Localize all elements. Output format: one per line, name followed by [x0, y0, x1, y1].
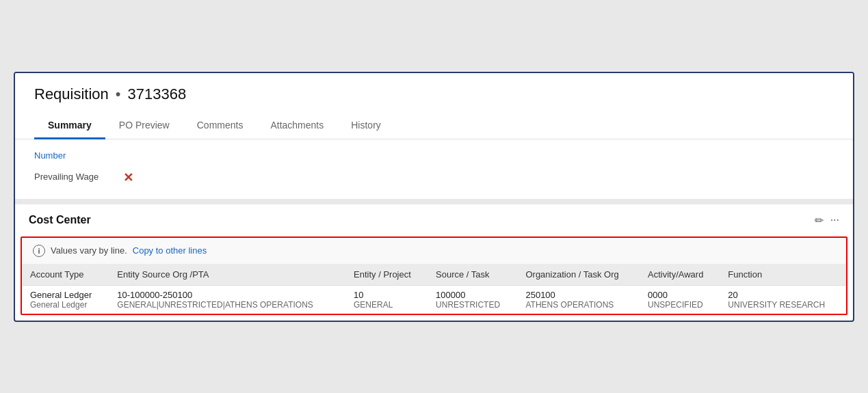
col-entity-source: Entity Source Org /PTA	[109, 264, 345, 286]
tab-history[interactable]: History	[337, 113, 395, 139]
account-type-main: General Ledger	[30, 290, 101, 300]
page-title: Requisition • 3713368	[34, 85, 834, 103]
tab-summary[interactable]: Summary	[34, 113, 105, 139]
edit-icon[interactable]: ✏	[815, 214, 824, 227]
source-task-sub: UNRESTRICTED	[436, 300, 509, 310]
function-main: 20	[728, 290, 838, 300]
cell-entity-source: 10-100000-250100 GENERAL|UNRESTRICTED|AT…	[109, 285, 345, 314]
info-icon: i	[33, 245, 45, 257]
title-dot: •	[116, 85, 121, 103]
org-task-main: 250100	[525, 290, 631, 300]
tab-comments[interactable]: Comments	[183, 113, 257, 139]
table-row: General Ledger General Ledger 10-100000-…	[22, 285, 846, 314]
cost-center-title: Cost Center	[29, 214, 91, 226]
table-header-row: Account Type Entity Source Org /PTA Enti…	[22, 264, 846, 286]
source-task-main: 100000	[436, 290, 509, 300]
col-account-type: Account Type	[22, 264, 109, 286]
info-bar: i Values vary by line. Copy to other lin…	[22, 238, 846, 264]
entity-source-sub: GENERAL|UNRESTRICTED|ATHENS OPERATIONS	[117, 300, 337, 310]
prevailing-wage-row: Prevailing Wage ✕	[34, 170, 834, 185]
cell-account-type: General Ledger General Ledger	[22, 285, 109, 314]
tab-bar: Summary PO Preview Comments Attachments …	[34, 113, 834, 139]
cost-center-actions: ✏ ···	[815, 214, 839, 227]
col-activity: Activity/Award	[640, 264, 720, 286]
cell-org-task: 250100 ATHENS OPERATIONS	[517, 285, 640, 314]
activity-main: 0000	[648, 290, 711, 300]
prevailing-wage-value-icon: ✕	[123, 170, 133, 185]
cost-center-header: Cost Center ✏ ···	[15, 204, 853, 235]
col-org-task: Organization / Task Org	[517, 264, 640, 286]
copy-to-other-lines-link[interactable]: Copy to other lines	[133, 245, 207, 256]
account-type-sub: General Ledger	[30, 300, 101, 310]
cell-activity: 0000 UNSPECIFIED	[640, 285, 720, 314]
tab-attachments[interactable]: Attachments	[257, 113, 337, 139]
entity-source-main: 10-100000-250100	[117, 290, 337, 300]
cost-center-table: Account Type Entity Source Org /PTA Enti…	[22, 264, 846, 314]
cell-function: 20 UNIVERSITY RESEARCH	[720, 285, 846, 314]
content-area: Number Prevailing Wage ✕ Cost Center ✏ ·…	[15, 139, 853, 315]
prevailing-wage-label: Prevailing Wage	[34, 171, 109, 183]
header-section: Requisition • 3713368 Summary PO Preview…	[15, 73, 853, 139]
cost-center-section: Cost Center ✏ ··· i Values vary by line.…	[15, 204, 853, 315]
cell-entity-project: 10 GENERAL	[345, 285, 428, 314]
requisition-number: 3713368	[128, 85, 187, 103]
cell-source-task: 100000 UNRESTRICTED	[428, 285, 517, 314]
number-field-label: Number	[34, 150, 834, 161]
org-task-sub: ATHENS OPERATIONS	[525, 300, 631, 310]
page-title-label: Requisition	[34, 85, 109, 103]
col-source-task: Source / Task	[428, 264, 517, 286]
function-sub: UNIVERSITY RESEARCH	[728, 300, 838, 310]
col-function: Function	[720, 264, 846, 286]
entity-project-sub: GENERAL	[354, 300, 419, 310]
tab-po-preview[interactable]: PO Preview	[105, 113, 183, 139]
more-options-icon[interactable]: ···	[830, 214, 839, 226]
info-text: Values vary by line.	[51, 245, 127, 256]
main-frame: Requisition • 3713368 Summary PO Preview…	[14, 72, 854, 322]
col-entity-project: Entity / Project	[345, 264, 428, 286]
entity-project-main: 10	[354, 290, 419, 300]
activity-sub: UNSPECIFIED	[648, 300, 711, 310]
prevailing-wage-section: Number Prevailing Wage ✕	[15, 139, 853, 204]
cost-center-body: i Values vary by line. Copy to other lin…	[21, 236, 847, 315]
